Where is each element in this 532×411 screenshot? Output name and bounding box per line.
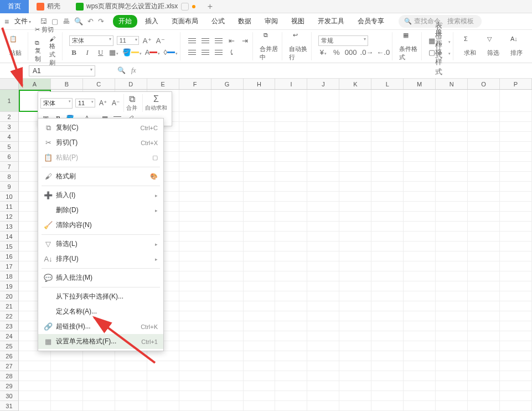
cell[interactable] [500,291,532,301]
cell[interactable] [468,341,500,351]
cell[interactable] [468,122,500,132]
qat-open-icon[interactable]: ▢ [51,17,58,25]
cell[interactable] [211,391,244,401]
cell[interactable] [211,152,244,162]
cell[interactable] [468,331,500,341]
cell[interactable] [404,351,436,361]
cell[interactable] [500,401,532,411]
cell[interactable] [468,381,500,391]
cell[interactable] [307,381,339,391]
cell[interactable] [339,232,371,242]
cell[interactable] [307,301,339,311]
menu-insert-comment[interactable]: 💬插入批注(M) [38,270,163,285]
cell[interactable] [404,401,436,411]
cell[interactable] [179,212,211,222]
highlight-button[interactable]: ◊ [163,48,177,58]
cell[interactable] [404,112,436,122]
cell[interactable] [179,172,211,182]
row-header[interactable]: 10 [0,192,19,202]
cell[interactable] [211,301,244,311]
cell[interactable] [51,361,83,371]
decimal-dec-icon[interactable]: ←.0 [376,48,390,58]
cell[interactable] [404,271,436,281]
cell[interactable] [307,172,339,182]
cell[interactable] [244,122,276,132]
border-button[interactable]: ▦ [109,48,119,58]
cell[interactable] [275,391,307,401]
cell[interactable] [500,351,532,361]
cell[interactable] [307,192,339,202]
cell[interactable] [339,401,371,411]
cell[interactable] [371,311,404,321]
cell[interactable] [275,371,307,381]
row-header[interactable]: 15 [0,242,19,251]
cell[interactable] [211,311,244,321]
cell[interactable] [244,232,276,242]
tab-doker[interactable]: 稻壳 [29,0,68,13]
cell[interactable] [468,251,500,261]
cell[interactable] [179,351,211,361]
cell[interactable] [244,112,276,122]
cell[interactable] [244,271,276,281]
cell[interactable] [211,242,244,251]
cell[interactable] [339,182,371,192]
cell[interactable] [244,251,276,261]
font-size-select[interactable]: 11 [117,36,139,45]
cell[interactable] [371,192,404,202]
qat-print-icon[interactable]: 🖶 [63,17,70,25]
row-header[interactable]: 20 [0,291,19,301]
menu-delete[interactable]: 删除(D)▸ [38,203,163,218]
cell[interactable] [244,351,276,361]
cell[interactable] [468,142,500,152]
cell[interactable] [404,381,436,391]
cell[interactable] [275,90,307,112]
cell[interactable] [275,291,307,301]
cell[interactable] [436,212,468,222]
cell[interactable] [500,90,532,112]
row-header[interactable]: 8 [0,172,19,182]
cell[interactable] [179,391,211,401]
cell[interactable] [436,321,468,331]
cell[interactable] [19,401,51,411]
cell[interactable] [275,251,307,261]
cell[interactable] [500,202,532,212]
cell[interactable] [436,311,468,321]
cell[interactable] [468,391,500,401]
cell[interactable] [404,242,436,251]
cell[interactable] [468,232,500,242]
col-header-p[interactable]: P [500,79,532,89]
cell[interactable] [371,401,404,411]
fill-color-button[interactable]: 🪣 [122,48,142,58]
cell[interactable] [371,172,404,182]
cell[interactable] [275,381,307,391]
cell[interactable] [244,222,276,232]
cell[interactable] [371,162,404,172]
menu-hyperlink[interactable]: 🔗超链接(H)...Ctrl+K [38,319,163,334]
row-header[interactable]: 4 [0,132,19,142]
qat-save-icon[interactable]: 🖫 [40,17,47,25]
cell[interactable] [244,152,276,162]
mini-merge-button[interactable]: ⧉合并 [123,94,140,112]
menu-paste[interactable]: 📋粘贴(P)▢ [38,150,163,165]
cell[interactable] [500,391,532,401]
col-header-a[interactable]: A [19,79,51,89]
cell[interactable] [275,232,307,242]
cell[interactable] [211,182,244,192]
cell[interactable] [211,251,244,261]
col-header-f[interactable]: F [179,79,211,89]
cell[interactable] [179,202,211,212]
filter-button[interactable]: ▽筛选 [483,35,503,57]
cell[interactable] [51,381,83,391]
cell[interactable] [275,192,307,202]
cell[interactable] [275,142,307,152]
cell[interactable] [500,222,532,232]
cell[interactable] [211,122,244,132]
cell[interactable] [83,371,115,381]
cell[interactable] [404,311,436,321]
file-menu[interactable]: 文件 [12,17,33,26]
cell[interactable] [275,331,307,341]
cell[interactable] [436,261,468,271]
cell[interactable] [468,281,500,291]
cell[interactable] [404,331,436,341]
cell[interactable] [211,321,244,331]
